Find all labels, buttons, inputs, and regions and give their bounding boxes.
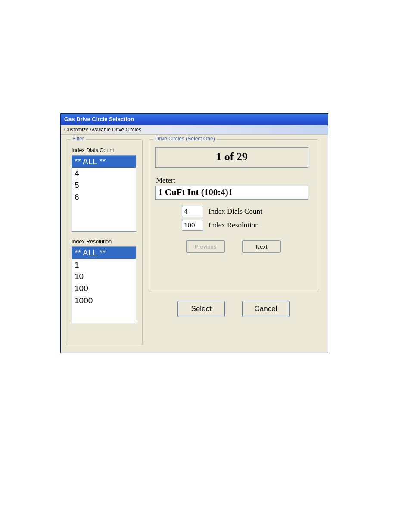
record-counter: 1 of 29 <box>155 147 308 168</box>
menubar: Customize Available Drive Circles <box>61 125 328 135</box>
menu-customize[interactable]: Customize Available Drive Circles <box>64 127 141 133</box>
right-column: Drive Circles (Select One) 1 of 29 Meter… <box>149 139 318 317</box>
filter-group: Filter Index Dials Count ** ALL **456 In… <box>66 139 143 345</box>
previous-button: Previous <box>186 240 225 253</box>
list-item[interactable]: 5 <box>72 179 136 191</box>
titlebar[interactable]: Gas Drive Circle Selection <box>61 114 328 125</box>
dials-row-label: Index Dials Count <box>209 207 262 216</box>
list-item[interactable]: 100 <box>72 283 136 295</box>
action-button-row: Select Cancel <box>149 301 318 317</box>
select-button[interactable]: Select <box>177 301 225 317</box>
list-item[interactable]: 1 <box>72 259 136 271</box>
list-item[interactable]: 10 <box>72 271 136 283</box>
meter-value: 1 CuFt Int (100:4)1 <box>155 186 308 200</box>
list-item[interactable]: ** ALL ** <box>72 247 136 259</box>
cancel-button[interactable]: Cancel <box>242 301 290 317</box>
filter-legend: Filter <box>71 136 86 142</box>
resolution-listbox[interactable]: ** ALL **1101001000 <box>72 246 136 323</box>
drive-circle-dialog: Gas Drive Circle Selection Customize Ava… <box>60 113 328 353</box>
resolution-row: 100 Index Resolution <box>182 220 313 231</box>
dials-count-label: Index Dials Count <box>72 147 137 153</box>
client-area: Filter Index Dials Count ** ALL **456 In… <box>61 135 328 353</box>
resolution-value-field: 100 <box>182 220 203 231</box>
resolution-row-label: Index Resolution <box>209 221 259 230</box>
dials-value-field: 4 <box>182 206 203 217</box>
drive-circles-group: Drive Circles (Select One) 1 of 29 Meter… <box>149 139 318 292</box>
list-item[interactable]: 1000 <box>72 295 136 307</box>
list-item[interactable]: 4 <box>72 168 136 180</box>
drive-circles-legend: Drive Circles (Select One) <box>153 136 217 142</box>
meter-label: Meter: <box>156 176 313 185</box>
dials-row: 4 Index Dials Count <box>182 206 313 217</box>
nav-button-row: Previous Next <box>154 240 313 253</box>
dials-count-listbox[interactable]: ** ALL **456 <box>72 155 136 232</box>
list-item[interactable]: 6 <box>72 191 136 203</box>
next-button[interactable]: Next <box>242 240 281 253</box>
list-item[interactable]: ** ALL ** <box>72 156 136 168</box>
resolution-label: Index Resolution <box>72 239 137 245</box>
